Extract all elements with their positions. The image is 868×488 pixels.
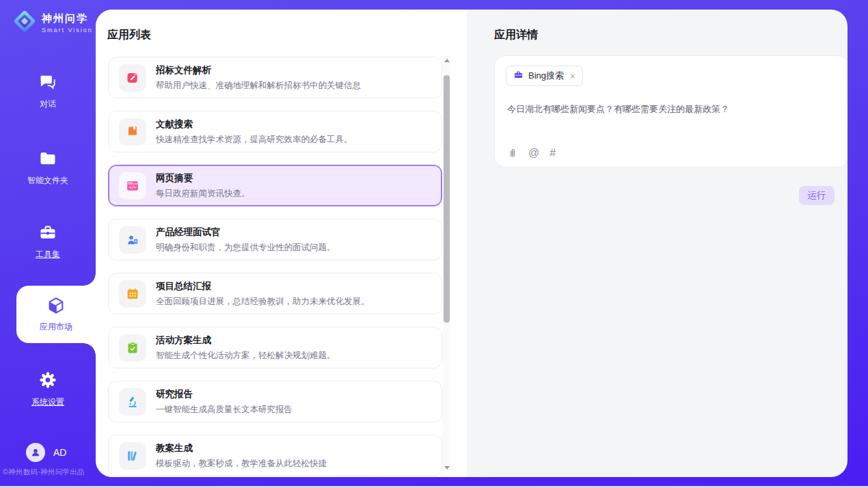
app-description: 智能生成个性化活动方案，轻松解决规划难题。 <box>156 350 336 362</box>
clipboard-check-icon <box>119 334 146 362</box>
app-description: 一键智能生成高质量长文本研究报告 <box>156 404 293 416</box>
content-area: 应用列表 招标文件解析 帮助用户快速、准确地理解和解析招标书中的关键信息 <box>96 10 847 477</box>
app-detail-panel: 应用详情 Bing搜索 × 今日湖北有哪些新闻要点？有哪些需要关注的最新政策？ <box>480 10 847 477</box>
app-list-panel: 应用列表 招标文件解析 帮助用户快速、准确地理解和解析招标书中的关键信息 <box>96 10 467 477</box>
chat-icon <box>38 82 57 94</box>
query-input-card[interactable]: Bing搜索 × 今日湖北有哪些新闻要点？有哪些需要关注的最新政策？ @ # <box>494 55 847 167</box>
gear-icon <box>38 380 57 392</box>
user-name: AD <box>53 447 66 458</box>
sidebar-item-settings[interactable]: 系统设置 <box>0 370 96 408</box>
user-profile[interactable]: AD <box>26 443 66 462</box>
sidebar-item-label: 系统设置 <box>0 396 96 408</box>
app-card-bid-analysis[interactable]: 招标文件解析 帮助用户快速、准确地理解和解析招标书中的关键信息 <box>108 57 442 98</box>
tool-tag-label: Bing搜索 <box>528 70 564 82</box>
brand-diamond-icon <box>12 9 37 36</box>
app-title: 研究报告 <box>156 388 293 401</box>
app-card-web-summary[interactable]: </> 网页摘要 每日政府新闻资讯快查。 <box>108 165 442 206</box>
scroll-up-arrow-icon[interactable] <box>443 56 450 64</box>
app-title: 项目总结汇报 <box>156 280 370 293</box>
scroll-down-arrow-icon[interactable] <box>443 463 450 472</box>
interviewer-icon <box>119 226 146 254</box>
mention-icon[interactable]: @ <box>528 147 539 159</box>
app-card-pm-interviewer[interactable]: 产品经理面试官 明确身份和职责，为您提供专业性的面试问题。 <box>108 219 442 260</box>
app-card-lesson-plan[interactable]: 教案生成 模板驱动，教案秒成，教学准备从此轻松快捷 <box>108 435 442 476</box>
app-title: 招标文件解析 <box>156 64 361 77</box>
avatar <box>26 443 45 462</box>
bid-edit-icon <box>119 64 146 92</box>
briefcase-icon <box>513 70 524 83</box>
book-icon <box>119 118 146 146</box>
app-title: 产品经理面试官 <box>156 226 336 239</box>
tool-tag-bing-search[interactable]: Bing搜索 × <box>506 66 583 86</box>
sidebar-item-label: 智能文件夹 <box>0 175 96 187</box>
sidebar-item-smart-folder[interactable]: 智能文件夹 <box>0 149 96 187</box>
app-card-research-report[interactable]: 研究报告 一键智能生成高质量长文本研究报告 <box>108 381 442 422</box>
app-description: 明确身份和职责，为您提供专业性的面试问题。 <box>156 242 336 254</box>
app-card-project-summary[interactable]: 项目总结汇报 全面回顾项目进展，总结经验教训，助力未来优化发展。 <box>108 273 442 314</box>
app-title: 网页摘要 <box>156 172 250 185</box>
app-card-literature-search[interactable]: 文献搜索 快速精准查找学术资源，提高研究效率的必备工具。 <box>108 111 442 152</box>
query-text-input[interactable]: 今日湖北有哪些新闻要点？有哪些需要关注的最新政策？ <box>507 103 837 116</box>
input-toolbar: @ # <box>507 147 556 159</box>
app-list-title: 应用列表 <box>107 28 151 42</box>
sidebar-item-label: 应用市场 <box>40 321 72 333</box>
attachment-icon[interactable] <box>507 147 518 159</box>
brand-subtitle: Smart Vision <box>42 27 93 33</box>
run-button[interactable]: 运行 <box>799 186 835 205</box>
sidebar-item-label: 对话 <box>0 98 96 110</box>
app-description: 全面回顾项目进展，总结经验教训，助力未来优化发展。 <box>156 296 370 308</box>
toolbox-icon <box>38 232 57 244</box>
books-icon <box>119 442 146 470</box>
calendar-icon <box>119 280 146 308</box>
app-detail-title: 应用详情 <box>494 28 538 42</box>
sidebar-item-chat[interactable]: 对话 <box>0 72 96 110</box>
sidebar-item-app-market[interactable]: 应用市场 <box>16 286 96 343</box>
app-card-activity-plan[interactable]: 活动方案生成 智能生成个性化活动方案，轻松解决规划难题。 <box>108 327 442 368</box>
app-description: 帮助用户快速、准确地理解和解析招标书中的关键信息 <box>156 80 361 92</box>
app-title: 教案生成 <box>156 442 327 455</box>
app-description: 模板驱动，教案秒成，教学准备从此轻松快捷 <box>156 458 327 470</box>
svg-text:</>: </> <box>129 185 137 189</box>
copyright-text: ©神州数码·神州问学出品 <box>3 467 96 477</box>
microscope-icon <box>119 388 146 416</box>
sidebar-item-label: 工具集 <box>0 249 96 260</box>
close-icon[interactable]: × <box>570 71 575 81</box>
app-card-list: 招标文件解析 帮助用户快速、准确地理解和解析招标书中的关键信息 文献搜索 <box>108 57 442 477</box>
app-title: 文献搜索 <box>156 118 353 131</box>
brand-name: 神州问学 <box>42 12 93 25</box>
webpage-icon: </> <box>119 172 146 200</box>
app-description: 每日政府新闻资讯快查。 <box>156 188 250 200</box>
app-description: 快速精准查找学术资源，提高研究效率的必备工具。 <box>156 134 353 146</box>
hash-icon[interactable]: # <box>550 147 556 159</box>
bulge-curve-bottom <box>83 343 96 355</box>
app-title: 活动方案生成 <box>156 334 336 347</box>
app-list-scrollbar[interactable] <box>443 56 450 472</box>
sidebar: 神州问学 Smart Vision 对话 智能文件夹 <box>0 0 96 486</box>
brand-logo: 神州问学 Smart Vision <box>12 9 93 36</box>
sidebar-item-toolset[interactable]: 工具集 <box>0 223 96 260</box>
folder-icon <box>38 159 57 170</box>
cube-icon <box>46 296 66 318</box>
scrollbar-thumb[interactable] <box>444 75 450 323</box>
bulge-curve-top <box>83 273 96 286</box>
